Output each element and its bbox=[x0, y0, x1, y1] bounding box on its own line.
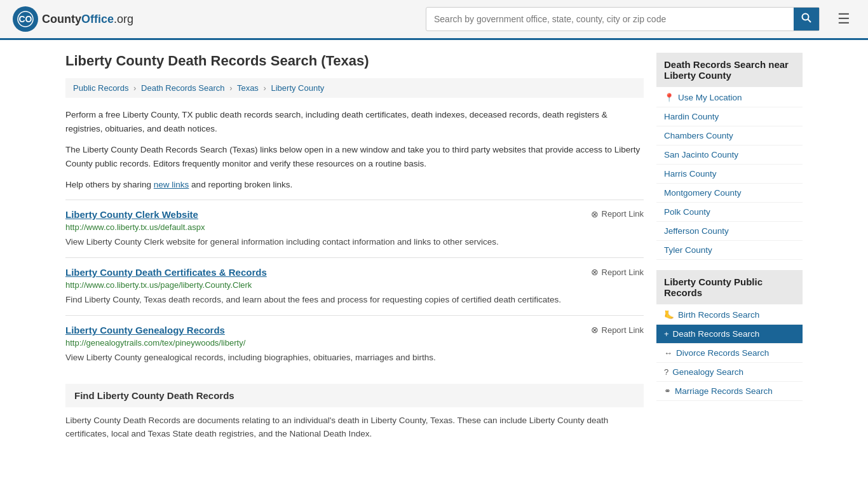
record-item: Liberty County Genealogy Records ⊗ Repor… bbox=[65, 315, 644, 373]
new-links-link[interactable]: new links bbox=[154, 180, 189, 189]
use-my-location-label: Use My Location bbox=[678, 93, 742, 102]
breadcrumb: Public Records › Death Records Search › … bbox=[65, 78, 644, 98]
county-name: Harris County bbox=[664, 169, 717, 179]
description-para1: Perform a free Liberty County, TX public… bbox=[65, 108, 644, 135]
county-name: Jefferson County bbox=[664, 226, 729, 236]
search-input[interactable] bbox=[426, 9, 794, 29]
find-section: Find Liberty County Death Records bbox=[65, 384, 644, 407]
report-label: Report Link bbox=[602, 268, 644, 277]
record-type-icon: ? bbox=[664, 367, 668, 377]
page-title: Liberty County Death Records Search (Tex… bbox=[65, 53, 644, 69]
sidebar-nearby-county[interactable]: Harris County bbox=[656, 165, 803, 184]
record-url[interactable]: http://genealogytrails.com/tex/pineywood… bbox=[65, 338, 644, 348]
record-description: View Liberty County Clerk website for ge… bbox=[65, 236, 644, 248]
report-label: Report Link bbox=[602, 325, 644, 335]
record-type-icon: 🦶 bbox=[664, 310, 674, 320]
svg-line-3 bbox=[808, 20, 811, 23]
county-name: Polk County bbox=[664, 207, 710, 217]
nearby-counties-list: Hardin CountyChambers CountySan Jacinto … bbox=[656, 107, 803, 260]
record-url[interactable]: http://www.co.liberty.tx.us/page/liberty… bbox=[65, 280, 644, 290]
sidebar-public-record-item[interactable]: 🦶Birth Records Search bbox=[656, 306, 803, 325]
report-link[interactable]: ⊗ Report Link bbox=[591, 325, 644, 335]
logo-text: CountyOffice.org bbox=[42, 13, 133, 26]
sidebar-use-my-location[interactable]: 📍 Use My Location bbox=[656, 88, 803, 107]
report-link[interactable]: ⊗ Report Link bbox=[591, 267, 644, 277]
record-description: View Liberty County genealogical records… bbox=[65, 351, 644, 364]
record-type-label: Birth Records Search bbox=[678, 310, 759, 320]
record-description: Find Liberty County, Texas death records… bbox=[65, 294, 644, 306]
svg-point-2 bbox=[803, 14, 809, 20]
breadcrumb-liberty-county[interactable]: Liberty County bbox=[271, 83, 324, 93]
report-icon: ⊗ bbox=[591, 325, 599, 335]
record-url[interactable]: http://www.co.liberty.tx.us/default.aspx bbox=[65, 222, 644, 232]
sidebar-public-record-item[interactable]: ⚭Marriage Records Search bbox=[656, 382, 803, 401]
county-name: Montgomery County bbox=[664, 188, 742, 198]
location-icon: 📍 bbox=[664, 93, 674, 102]
record-type-label: Genealogy Search bbox=[672, 367, 743, 377]
sidebar: Death Records Search near Liberty County… bbox=[656, 53, 803, 441]
main-content: Liberty County Death Records Search (Tex… bbox=[65, 53, 644, 441]
search-bar bbox=[426, 7, 820, 31]
description-para2: The Liberty County Death Records Search … bbox=[65, 143, 644, 170]
record-type-icon: ↔ bbox=[664, 348, 672, 358]
svg-text:CO: CO bbox=[19, 14, 32, 24]
county-name: Chambers County bbox=[664, 131, 733, 140]
county-name: San Jacinto County bbox=[664, 150, 738, 159]
search-button[interactable] bbox=[794, 8, 819, 30]
report-label: Report Link bbox=[602, 209, 644, 219]
breadcrumb-death-records-search[interactable]: Death Records Search bbox=[141, 83, 225, 93]
record-item: Liberty County Clerk Website ⊗ Report Li… bbox=[65, 200, 644, 257]
sidebar-nearby-county[interactable]: Hardin County bbox=[656, 107, 803, 126]
record-title[interactable]: Liberty County Clerk Website bbox=[65, 209, 198, 220]
county-name: Hardin County bbox=[664, 112, 719, 121]
public-records-list: 🦶Birth Records Search+Death Records Sear… bbox=[656, 306, 803, 401]
report-icon: ⊗ bbox=[591, 209, 599, 219]
sidebar-nearby-county[interactable]: San Jacinto County bbox=[656, 146, 803, 165]
find-section-heading: Find Liberty County Death Records bbox=[74, 390, 635, 401]
record-type-label: Death Records Search bbox=[673, 329, 760, 339]
sidebar-public-records-heading: Liberty County Public Records bbox=[656, 270, 803, 304]
sidebar-public-record-item[interactable]: ?Genealogy Search bbox=[656, 363, 803, 382]
find-section-description: Liberty County Death Records are documen… bbox=[65, 414, 644, 441]
record-type-label: Divorce Records Search bbox=[676, 348, 769, 358]
sidebar-nearby-county[interactable]: Chambers County bbox=[656, 126, 803, 146]
site-logo[interactable]: CO CountyOffice.org bbox=[13, 6, 133, 32]
sidebar-public-record-item[interactable]: +Death Records Search bbox=[656, 325, 803, 344]
sidebar-nearby-county[interactable]: Montgomery County bbox=[656, 184, 803, 203]
sidebar-nearby-heading: Death Records Search near Liberty County bbox=[656, 53, 803, 87]
site-header: CO CountyOffice.org ☰ bbox=[0, 0, 868, 40]
record-type-label: Marriage Records Search bbox=[675, 386, 773, 396]
menu-button[interactable]: ☰ bbox=[832, 8, 855, 30]
logo-icon: CO bbox=[13, 6, 38, 32]
record-title[interactable]: Liberty County Genealogy Records bbox=[65, 325, 225, 336]
record-type-icon: + bbox=[664, 329, 669, 339]
county-name: Tyler County bbox=[664, 245, 712, 255]
report-icon: ⊗ bbox=[591, 267, 599, 277]
breadcrumb-public-records[interactable]: Public Records bbox=[73, 83, 128, 93]
report-link[interactable]: ⊗ Report Link bbox=[591, 209, 644, 219]
page-body: Liberty County Death Records Search (Tex… bbox=[53, 40, 815, 454]
description-para3: Help others by sharing new links and rep… bbox=[65, 178, 644, 192]
sidebar-nearby-section: Death Records Search near Liberty County… bbox=[656, 53, 803, 260]
sidebar-public-record-item[interactable]: ↔Divorce Records Search bbox=[656, 344, 803, 363]
records-list: Liberty County Clerk Website ⊗ Report Li… bbox=[65, 200, 644, 374]
breadcrumb-texas[interactable]: Texas bbox=[237, 83, 259, 93]
record-item: Liberty County Death Certificates & Reco… bbox=[65, 257, 644, 315]
sidebar-nearby-county[interactable]: Tyler County bbox=[656, 241, 803, 260]
record-type-icon: ⚭ bbox=[664, 386, 671, 396]
sidebar-nearby-county[interactable]: Jefferson County bbox=[656, 222, 803, 241]
sidebar-public-records-section: Liberty County Public Records 🦶Birth Rec… bbox=[656, 270, 803, 401]
sidebar-nearby-county[interactable]: Polk County bbox=[656, 203, 803, 222]
record-title[interactable]: Liberty County Death Certificates & Reco… bbox=[65, 267, 267, 278]
